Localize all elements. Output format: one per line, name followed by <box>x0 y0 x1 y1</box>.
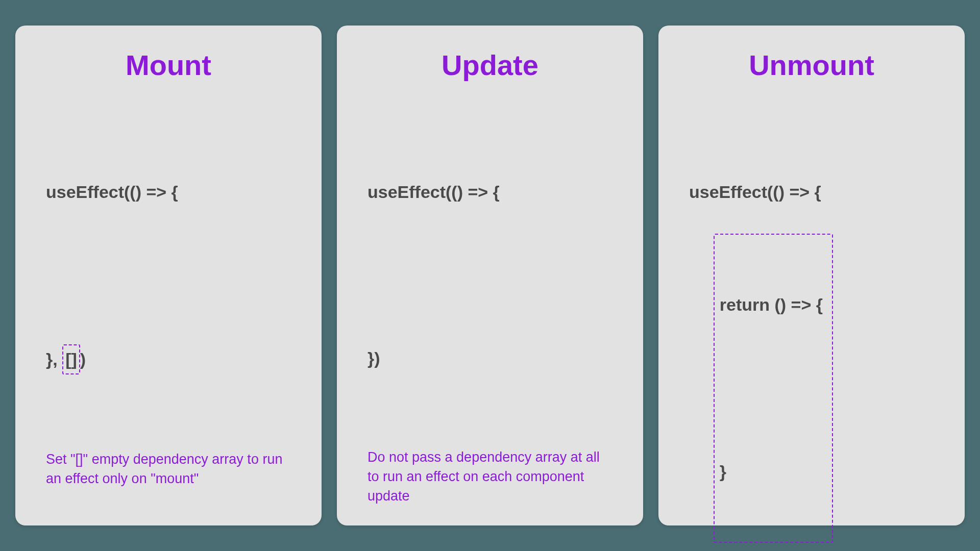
card-title: Unmount <box>689 48 934 82</box>
code-block-update-1: useEffect(() => { }) <box>368 122 612 428</box>
code-blank-line <box>368 261 612 289</box>
card-update: Update useEffect(() => { }) Do not pass … <box>337 26 643 525</box>
card-mount: Mount useEffect(() => { }, []) Set "[]" … <box>15 26 322 525</box>
code-line: }, []) <box>46 344 291 374</box>
dashed-highlight-return-block: return () => { } <box>714 234 833 543</box>
dashed-highlight-empty-array: [] <box>62 344 80 374</box>
code-block-unmount: useEffect(() => { return () => { } }, []… <box>689 122 934 551</box>
card-title: Mount <box>46 48 291 82</box>
code-line: return () => { <box>720 291 823 318</box>
code-blank-line <box>720 374 823 402</box>
code-text: ) <box>80 349 86 369</box>
code-line: useEffect(() => { <box>689 178 934 206</box>
card-title: Update <box>368 48 612 82</box>
code-line: }) <box>368 344 612 372</box>
card-unmount: Unmount useEffect(() => { return () => {… <box>658 26 965 525</box>
code-blank-line <box>46 261 291 289</box>
description-mount: Set "[]" empty dependency array to run a… <box>46 450 291 489</box>
code-block-update-2: useEffect(() => { }, [dependencies]) <box>368 527 612 551</box>
code-block-mount: useEffect(() => { }, []) <box>46 122 291 430</box>
code-line: } <box>720 458 823 485</box>
code-line: useEffect(() => { <box>368 178 612 206</box>
code-text: }, <box>46 349 62 369</box>
code-line: useEffect(() => { <box>46 178 291 206</box>
description-update-1: Do not pass a dependency array at all to… <box>368 448 612 506</box>
